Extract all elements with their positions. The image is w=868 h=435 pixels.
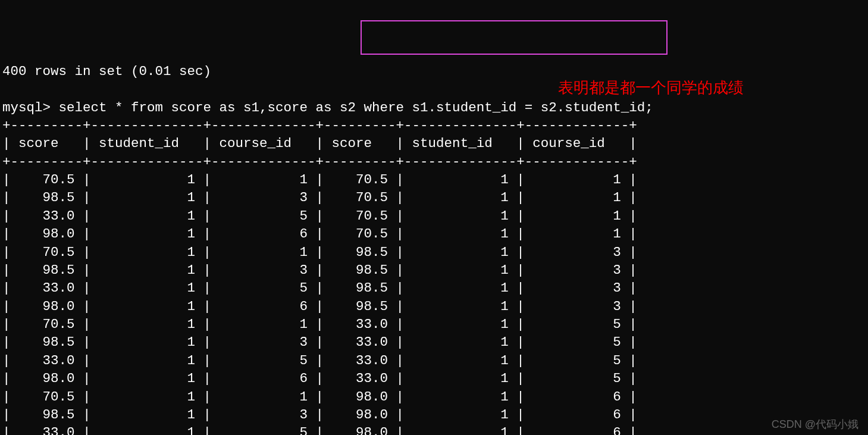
where-clause-highlight (361, 20, 668, 55)
csdn-watermark: CSDN @代码小娥 (772, 417, 858, 431)
annotation-label: 表明都是都一个同学的成绩 (558, 77, 744, 98)
mysql-terminal-output: 400 rows in set (0.01 sec) mysql> select… (0, 62, 868, 435)
